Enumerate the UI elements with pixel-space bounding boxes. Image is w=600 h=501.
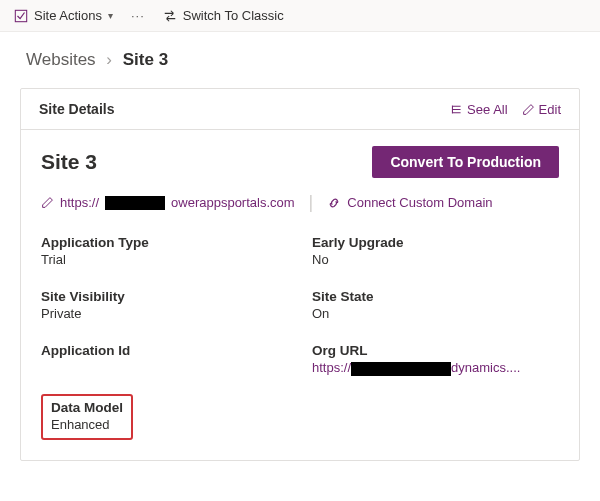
card-header: Site Details See All Edit xyxy=(21,89,579,130)
url-row: https://owerappsportals.com | Connect Cu… xyxy=(41,192,559,213)
label-application-id: Application Id xyxy=(41,343,288,358)
link-icon xyxy=(327,196,341,210)
breadcrumb-root[interactable]: Websites xyxy=(26,50,96,69)
connect-custom-domain-link[interactable]: Connect Custom Domain xyxy=(327,195,492,210)
label-data-model: Data Model xyxy=(51,400,123,415)
more-actions-button[interactable]: ··· xyxy=(131,8,145,23)
convert-to-production-button[interactable]: Convert To Production xyxy=(372,146,559,178)
value-early-upgrade: No xyxy=(312,252,559,267)
label-early-upgrade: Early Upgrade xyxy=(312,235,559,250)
field-org-url: Org URL https://dynamics.... xyxy=(312,343,559,376)
list-icon xyxy=(450,103,463,116)
org-url-prefix: https:// xyxy=(312,360,351,375)
card-header-actions: See All Edit xyxy=(450,102,561,117)
value-site-state: On xyxy=(312,306,559,321)
site-name-heading: Site 3 xyxy=(41,150,97,174)
value-site-visibility: Private xyxy=(41,306,288,321)
site-details-card: Site Details See All Edit Site 3 Convert… xyxy=(20,88,580,461)
card-title: Site Details xyxy=(39,101,114,117)
data-model-highlight: Data Model Enhanced xyxy=(41,394,133,440)
label-site-visibility: Site Visibility xyxy=(41,289,288,304)
redacted-org-url xyxy=(351,362,451,376)
see-all-link[interactable]: See All xyxy=(450,102,507,117)
breadcrumb-current: Site 3 xyxy=(123,50,168,69)
details-grid: Application Type Trial Early Upgrade No … xyxy=(41,235,559,376)
url-suffix: owerappsportals.com xyxy=(171,195,295,210)
switch-classic-label: Switch To Classic xyxy=(183,8,284,23)
label-site-state: Site State xyxy=(312,289,559,304)
field-application-id: Application Id xyxy=(41,343,288,376)
chevron-right-icon: › xyxy=(106,50,112,69)
value-application-type: Trial xyxy=(41,252,288,267)
edit-url-link[interactable]: https://owerappsportals.com xyxy=(41,195,295,210)
url-prefix: https:// xyxy=(60,195,99,210)
redacted-segment xyxy=(105,196,165,210)
site-actions-menu[interactable]: Site Actions ▾ xyxy=(14,8,113,23)
switch-to-classic-button[interactable]: Switch To Classic xyxy=(163,8,284,23)
svg-rect-0 xyxy=(15,10,26,21)
field-application-type: Application Type Trial xyxy=(41,235,288,267)
chevron-down-icon: ▾ xyxy=(108,10,113,21)
field-early-upgrade: Early Upgrade No xyxy=(312,235,559,267)
value-org-url[interactable]: https://dynamics.... xyxy=(312,360,559,376)
pencil-icon xyxy=(41,196,54,209)
connect-domain-label: Connect Custom Domain xyxy=(347,195,492,210)
pencil-icon xyxy=(522,103,535,116)
edit-link[interactable]: Edit xyxy=(522,102,561,117)
field-data-model: Data Model Enhanced xyxy=(51,400,123,432)
switch-icon xyxy=(163,9,177,23)
label-org-url: Org URL xyxy=(312,343,559,358)
site-settings-icon xyxy=(14,9,28,23)
title-row: Site 3 Convert To Production xyxy=(41,146,559,178)
site-actions-label: Site Actions xyxy=(34,8,102,23)
value-data-model: Enhanced xyxy=(51,417,123,432)
card-body: Site 3 Convert To Production https://owe… xyxy=(21,130,579,460)
see-all-label: See All xyxy=(467,102,507,117)
breadcrumb: Websites › Site 3 xyxy=(0,32,600,80)
label-application-type: Application Type xyxy=(41,235,288,250)
divider: | xyxy=(309,192,314,213)
field-site-state: Site State On xyxy=(312,289,559,321)
edit-label: Edit xyxy=(539,102,561,117)
field-site-visibility: Site Visibility Private xyxy=(41,289,288,321)
command-bar: Site Actions ▾ ··· Switch To Classic xyxy=(0,0,600,32)
org-url-suffix: dynamics.... xyxy=(451,360,520,375)
